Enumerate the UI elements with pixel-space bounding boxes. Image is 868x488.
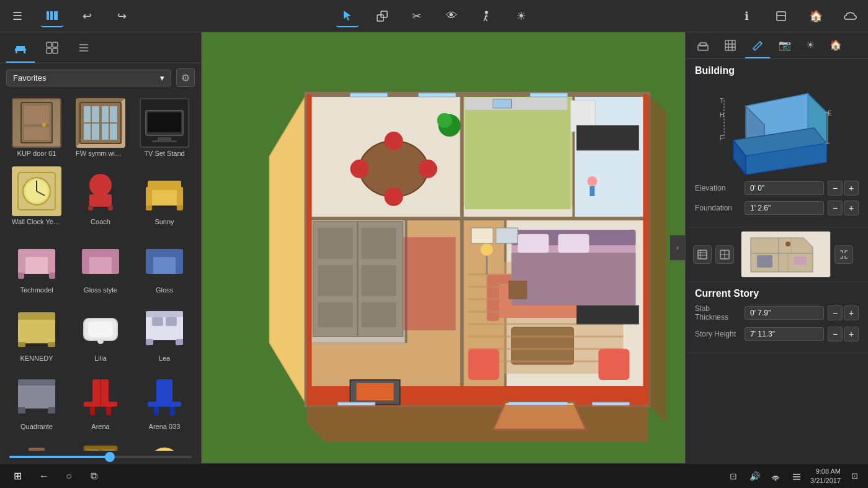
list-item[interactable]: Gloss style	[70, 232, 131, 297]
foundation-increase[interactable]: +	[844, 201, 859, 215]
svg-point-73	[97, 339, 104, 344]
list-item[interactable]: Quadrante	[6, 368, 67, 433]
slab-increase[interactable]: +	[844, 305, 859, 320]
back-button[interactable]: ←	[35, 467, 53, 486]
svg-rect-44	[89, 194, 112, 207]
item-label: Coach	[91, 218, 110, 225]
favorites-dropdown[interactable]: Favorites ▾	[6, 70, 171, 86]
list-item[interactable]: Coach	[70, 163, 131, 228]
elevation-increase[interactable]: +	[844, 181, 859, 196]
duplicate-tool[interactable]	[371, 5, 393, 27]
current-story-section: Current Story Slab Thickness − + Story H…	[686, 282, 868, 353]
list-item[interactable]: KUP door 01	[6, 95, 67, 160]
svg-rect-83	[48, 407, 55, 413]
list-item[interactable]: FW symm wind...	[70, 95, 131, 160]
sun-tool[interactable]: ☀	[510, 5, 532, 27]
svg-rect-82	[18, 407, 25, 413]
cloud-button[interactable]	[839, 5, 862, 27]
redo-button[interactable]: ↪	[110, 5, 133, 27]
list-item[interactable]: Lamp	[134, 436, 195, 451]
height-input[interactable]	[745, 327, 824, 341]
tab-edit[interactable]	[745, 36, 770, 58]
list-item[interactable]: Lea	[134, 300, 195, 365]
foundation-input[interactable]	[745, 201, 824, 215]
view-mode-btn-2[interactable]	[715, 245, 734, 264]
svg-point-133	[419, 160, 437, 178]
left-panel: Favorites ▾ ⚙ KUP door 01	[0, 32, 202, 463]
top-toolbar: ☰ ↩ ↪ ✂ 👁 ☀ ℹ	[0, 0, 868, 32]
svg-rect-37	[152, 140, 177, 142]
svg-marker-186	[648, 94, 667, 423]
tab-build[interactable]	[718, 36, 743, 58]
multitask-button[interactable]: ⧉	[84, 467, 103, 486]
tab-camera[interactable]: 📷	[772, 36, 797, 58]
mini-map[interactable]	[741, 231, 831, 278]
cut-tool[interactable]: ✂	[406, 5, 428, 27]
expand-view-btn[interactable]	[834, 245, 853, 264]
list-item[interactable]: Gloss	[134, 232, 195, 297]
tab-furniture[interactable]	[6, 37, 35, 63]
size-slider[interactable]	[0, 451, 201, 463]
list-item[interactable]: Chair wood	[6, 436, 67, 451]
list-item[interactable]: TV Set Stand	[134, 95, 195, 160]
select-tool[interactable]	[336, 5, 359, 27]
tab-sun[interactable]: ☀	[800, 36, 821, 58]
svg-point-230	[775, 479, 777, 481]
list-item[interactable]: KENNEDY	[6, 300, 67, 365]
walk-tool[interactable]	[475, 5, 498, 27]
volume-icon[interactable]: 🔊	[747, 469, 762, 484]
svg-rect-77	[176, 339, 183, 345]
list-item[interactable]: Sunny	[134, 163, 195, 228]
svg-point-137	[588, 176, 597, 186]
info-button[interactable]: ℹ	[735, 5, 758, 27]
tab-home[interactable]: 🏠	[823, 36, 848, 58]
tab-building-parts[interactable]	[691, 36, 715, 58]
slab-input[interactable]	[745, 306, 824, 320]
keyboard-icon[interactable]: ⊡	[726, 469, 741, 484]
right-panel: 📷 ☀ 🏠 Building	[685, 32, 868, 463]
language-icon[interactable]	[789, 469, 804, 484]
tab-list[interactable]	[69, 37, 98, 63]
foundation-decrease[interactable]: −	[828, 201, 843, 215]
svg-rect-165	[318, 265, 353, 296]
item-thumbnail	[12, 371, 61, 421]
svg-rect-124	[643, 94, 648, 405]
view-mode-btn-1[interactable]	[693, 245, 712, 264]
view-tool[interactable]: 👁	[441, 5, 463, 27]
home-button[interactable]: 🏠	[805, 5, 827, 27]
height-decrease[interactable]: −	[828, 327, 843, 341]
elevation-decrease[interactable]: −	[828, 181, 843, 196]
item-thumbnail	[76, 440, 125, 451]
home-circle-button[interactable]: ○	[60, 467, 78, 486]
expand-arrow[interactable]: ›	[670, 235, 685, 260]
list-item[interactable]: Arena	[70, 368, 131, 433]
network-icon[interactable]	[768, 469, 783, 484]
share-button[interactable]	[770, 5, 792, 27]
svg-rect-80	[18, 384, 55, 409]
list-item[interactable]: Techmodel	[6, 232, 67, 297]
svg-rect-74	[146, 315, 183, 340]
elevation-input[interactable]	[745, 181, 824, 195]
slider-thumb[interactable]	[105, 452, 115, 462]
svg-rect-20	[53, 48, 58, 53]
svg-rect-175	[351, 93, 388, 97]
notification-button[interactable]: ⊡	[847, 469, 862, 484]
svg-rect-72	[88, 322, 113, 337]
svg-line-197	[760, 42, 762, 43]
svg-rect-154	[599, 349, 630, 380]
svg-rect-170	[357, 383, 394, 400]
undo-button[interactable]: ↩	[76, 5, 98, 27]
list-item[interactable]: Shelf	[70, 436, 131, 451]
svg-rect-91	[154, 407, 159, 415]
settings-button[interactable]: ⚙	[176, 68, 195, 87]
list-item[interactable]: Wall Clock Yell...	[6, 163, 67, 228]
tab-design[interactable]	[38, 37, 66, 63]
start-button[interactable]: ⊞	[6, 465, 29, 487]
list-item[interactable]: Lilia	[70, 300, 131, 365]
height-increase[interactable]: +	[844, 327, 859, 341]
library-button[interactable]	[41, 5, 63, 27]
list-item[interactable]: Arena 033	[134, 368, 195, 433]
slab-decrease[interactable]: −	[828, 305, 843, 320]
menu-button[interactable]: ☰	[6, 5, 29, 27]
item-thumbnail	[140, 235, 189, 284]
